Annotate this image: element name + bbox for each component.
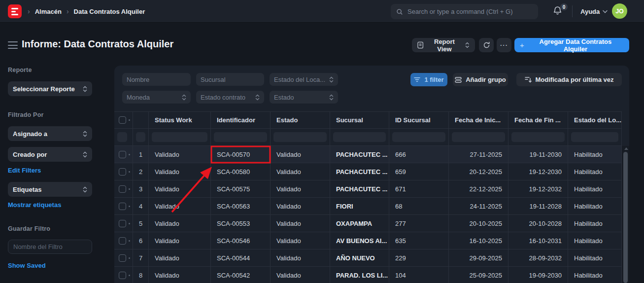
select-report-dropdown[interactable]: Seleccionar Reporte	[8, 81, 92, 96]
column-header-estado-local[interactable]: Estado del Lo...	[568, 112, 622, 129]
filtered-by-label: Filtrado Por	[8, 111, 44, 118]
column-filter-input[interactable]	[136, 132, 145, 142]
column-filter-input[interactable]	[392, 132, 445, 142]
select-caret-icon	[329, 94, 334, 101]
cell-identificador[interactable]: SCA-00570	[211, 146, 271, 163]
table-row[interactable]: 2 Validado SCA-00580 Validado PACHACUTEC…	[114, 163, 622, 180]
scrollbar-thumb[interactable]	[623, 152, 628, 283]
more-menu-button[interactable]: ···	[497, 38, 511, 52]
cell-identificador[interactable]: SCA-00580	[211, 163, 271, 180]
app-logo-icon[interactable]	[8, 4, 22, 18]
show-tags-link[interactable]: Mostrar etiquetas	[8, 201, 61, 209]
cell-identificador[interactable]: SCA-00544	[211, 249, 271, 267]
save-filter-label: Guardar Filtro	[8, 225, 50, 232]
column-filter-input[interactable]	[333, 132, 386, 142]
sort-button[interactable]: Modificada por última vez	[516, 73, 622, 86]
report-view-button[interactable]: Report View	[412, 38, 475, 52]
tags-value: Etiquetas	[13, 186, 42, 193]
group-icon	[455, 77, 462, 83]
column-filter-input[interactable]	[452, 132, 505, 142]
table-row[interactable]: 1 Validado SCA-00570 Validado PACHACUTEC…	[114, 146, 622, 163]
filter-moneda-select[interactable]: Moneda	[122, 91, 191, 104]
row-checkbox[interactable]	[119, 272, 126, 279]
column-header-fecha-inicio[interactable]: Fecha de Inic...	[449, 112, 508, 129]
column-filter-input[interactable]	[117, 132, 127, 142]
cell-identificador[interactable]: SCA-00542	[211, 267, 271, 283]
filter-estado-value: Estado	[274, 94, 294, 101]
page-title: Informe: Data Contratos Alquiler	[22, 38, 173, 50]
cell-status-work: Validado	[149, 198, 211, 215]
table-row[interactable]: 8 Validado SCA-00542 Validado PARAD. LOS…	[114, 267, 622, 283]
cell-estado-local: Habilitado	[568, 198, 622, 215]
breadcrumb-data-contratos[interactable]: Data Contratos Alquiler	[74, 8, 145, 15]
column-header-sucursal[interactable]: Sucursal	[330, 112, 389, 129]
cell-estado-local: Habilitado	[568, 267, 622, 283]
column-header-identificador[interactable]: Identificador	[211, 112, 271, 129]
column-header-index	[133, 112, 149, 129]
row-checkbox[interactable]	[119, 254, 126, 262]
select-all-checkbox[interactable]	[119, 116, 126, 124]
row-checkbox[interactable]	[119, 168, 126, 176]
table-row[interactable]: 5 Validado SCA-00553 Validado OXAPAMPA 2…	[114, 215, 622, 232]
plus-icon: +	[520, 41, 524, 49]
column-header-id-sucursal[interactable]: ID Sucursal	[389, 112, 449, 129]
like-dot-icon	[129, 206, 130, 207]
navbar: › Almacén › Data Contratos Alquiler 0 Ay…	[0, 0, 644, 23]
user-avatar[interactable]: JO	[612, 3, 627, 19]
table-row[interactable]: 4 Validado SCA-00563 Validado FIORI 68 2…	[114, 198, 622, 215]
row-checkbox[interactable]	[119, 151, 126, 158]
cell-fecha-inicio: 22-12-2025	[449, 180, 508, 198]
table-row[interactable]: 6 Validado SCA-00546 Validado AV BUENOS …	[114, 232, 622, 249]
column-filter-input[interactable]	[571, 132, 618, 142]
refresh-button[interactable]	[479, 38, 494, 52]
add-record-button[interactable]: + Agregar Data Contratos Alquiler	[514, 38, 629, 52]
breadcrumb-almacen[interactable]: Almacén	[35, 8, 62, 15]
row-number: 1	[133, 146, 149, 163]
tags-dropdown[interactable]: Etiquetas	[8, 182, 92, 197]
column-filter-input[interactable]	[273, 132, 327, 142]
column-filter-input[interactable]	[214, 132, 267, 142]
filter-estado-select[interactable]: Estado	[270, 91, 338, 104]
table-row[interactable]: 3 Validado SCA-00575 Validado PACHACUTEC…	[114, 180, 622, 198]
vertical-scrollbar[interactable]	[622, 146, 629, 283]
filter-sucursal-input[interactable]	[201, 76, 260, 83]
edit-filters-link[interactable]: Edit Filters	[8, 167, 41, 174]
column-filter-input[interactable]	[511, 132, 565, 142]
filter-estado-contrato-select[interactable]: Estado contrato	[196, 91, 264, 104]
cell-identificador[interactable]: SCA-00553	[211, 215, 271, 232]
filter-nombre[interactable]	[122, 73, 191, 86]
column-header-fecha-fin[interactable]: Fecha de Fin ...	[508, 112, 568, 129]
column-header-estado[interactable]: Estado	[271, 112, 330, 129]
help-menu[interactable]: Ayuda	[580, 0, 608, 23]
refresh-icon	[483, 41, 490, 49]
cell-identificador[interactable]: SCA-00563	[211, 198, 271, 215]
column-header-status-work[interactable]: Status Work	[149, 112, 211, 129]
cell-identificador[interactable]: SCA-00575	[211, 180, 271, 198]
row-checkbox[interactable]	[119, 203, 126, 210]
table-body: 1 Validado SCA-00570 Validado PACHACUTEC…	[114, 146, 622, 283]
table-row[interactable]: 7 Validado SCA-00544 Validado AÑO NUEVO …	[114, 249, 622, 267]
cell-identificador[interactable]: SCA-00546	[211, 232, 271, 249]
filter-name-input[interactable]	[8, 240, 92, 254]
notifications-button[interactable]: 0	[553, 5, 567, 18]
filter-nombre-input[interactable]	[127, 76, 186, 83]
search-input[interactable]	[407, 8, 533, 15]
column-filter-input[interactable]	[152, 132, 207, 142]
filter-sucursal[interactable]	[196, 73, 264, 86]
add-group-button[interactable]: Añadir grupo	[453, 73, 508, 86]
created-by-dropdown[interactable]: Creado por	[8, 147, 92, 162]
show-saved-link[interactable]: Show Saved	[8, 262, 46, 269]
row-checkbox[interactable]	[119, 220, 126, 227]
filter-count-button[interactable]: 1 filter	[410, 73, 447, 86]
add-record-label: Agregar Data Contratos Alquiler	[527, 38, 624, 53]
row-checkbox[interactable]	[119, 185, 126, 193]
scroll-up-arrow-icon[interactable]	[624, 147, 628, 150]
row-checkbox[interactable]	[119, 237, 126, 245]
cell-fecha-inicio: 25-09-2025	[449, 267, 508, 283]
cell-id-sucursal: 104	[389, 267, 449, 283]
sort-label: Modificada por última vez	[536, 76, 614, 83]
sidebar-toggle-icon[interactable]	[8, 41, 18, 49]
global-search[interactable]	[391, 4, 538, 19]
filter-estado-local-select[interactable]: Estado del Loca...	[270, 73, 338, 86]
assigned-to-dropdown[interactable]: Asignado a	[8, 126, 92, 141]
